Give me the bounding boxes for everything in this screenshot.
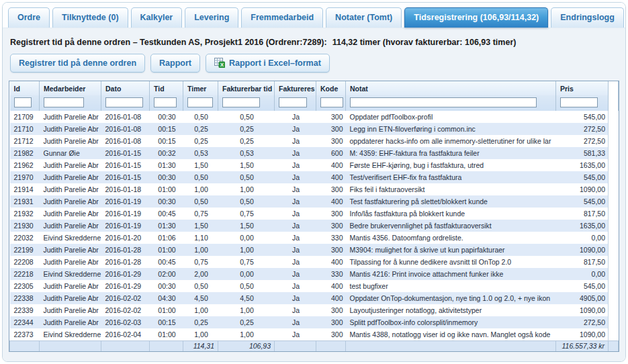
- tab-fremmedarbeid[interactable]: Fremmedarbeid: [241, 7, 323, 28]
- report-button[interactable]: Rapport: [150, 54, 200, 73]
- filter-input-tid[interactable]: [154, 97, 177, 107]
- cell-medarbeider: Gunnar Øie: [40, 147, 101, 159]
- cell-tid: 00:30: [150, 195, 183, 208]
- cell-timer: 0,75: [183, 208, 218, 220]
- table-row[interactable]: 21930Judith Parelie Abr2016-01-1901:301,…: [10, 220, 619, 232]
- cell-id: 22373: [10, 328, 40, 340]
- column-header-medarbeider[interactable]: Medarbeider: [40, 81, 101, 95]
- tab-tidsregistrering-106-93-114-32[interactable]: Tidsregistrering (106,93/114,32): [404, 7, 548, 28]
- filter-input-medarbeider[interactable]: [44, 97, 84, 107]
- cell-dato: 2016-01-28: [101, 256, 150, 268]
- cell-faktureres: Ja: [275, 304, 316, 316]
- cell-medarbeider: Judith Parelie Abr: [40, 256, 101, 268]
- spacer-cell: [609, 268, 619, 280]
- cell-fakturerbar-tid: 0,00: [218, 232, 275, 244]
- tab-kalkyler[interactable]: Kalkyler: [131, 7, 183, 28]
- table-row[interactable]: 21931Judith Parelie Abr2016-01-1900:300,…: [10, 195, 619, 208]
- cell-id: 22344: [10, 316, 40, 328]
- cell-tid: 01:00: [150, 328, 183, 340]
- table-row[interactable]: 22305Judith Parelie Abr2016-01-2900:300,…: [10, 280, 619, 292]
- tab-ordre[interactable]: Ordre: [8, 7, 50, 28]
- filter-input-fakturerbar-tid[interactable]: [222, 97, 260, 107]
- tab-notater-tomt[interactable]: Notater (Tomt): [326, 7, 402, 28]
- register-time-label: Registrer tid på denne ordren: [19, 58, 136, 68]
- table-row[interactable]: 22344Judith Parelie Abr2016-02-0300:150,…: [10, 316, 619, 328]
- cell-faktureres: Ja: [275, 280, 316, 292]
- cell-tid: 00:30: [150, 280, 183, 292]
- column-header-faktureres[interactable]: Faktureres: [275, 81, 316, 95]
- totals-empty: [10, 340, 40, 351]
- column-header-kode[interactable]: Kode: [316, 81, 346, 95]
- table-row[interactable]: 22339Judith Parelie Abr2016-02-0201:001,…: [10, 304, 619, 316]
- column-header-tid[interactable]: Tid: [150, 81, 183, 95]
- spacer-cell: [609, 292, 619, 304]
- filter-input-notat[interactable]: [350, 97, 537, 107]
- cell-id: 22338: [10, 292, 40, 304]
- table-row[interactable]: 22032Eivind Skredderne2016-01-2001:061,1…: [10, 232, 619, 244]
- register-time-button[interactable]: Registrer tid på denne ordren: [10, 54, 145, 73]
- filter-input-faktureres[interactable]: [279, 97, 307, 107]
- cell-notat: Splitt pdfToolbox-info colorsplit/inmemo…: [346, 316, 556, 328]
- cell-fakturerbar-tid: 0,75: [218, 256, 275, 268]
- column-header-fakturerbar-tid[interactable]: Fakturerbar tid: [218, 81, 275, 95]
- filter-input-dato[interactable]: [105, 97, 143, 107]
- cell-faktureres: Ja: [275, 232, 316, 244]
- table-row[interactable]: 22218Eivind Skredderne2016-01-2902:002,0…: [10, 268, 619, 280]
- cell-medarbeider: Eivind Skredderne: [40, 268, 101, 280]
- table-row[interactable]: 21710Judith Parelie Abr2016-01-0800:150,…: [10, 123, 619, 135]
- filter-input-timer[interactable]: [187, 97, 213, 107]
- table-row[interactable]: 22373Eivind Skredderne2016-02-0401:001,0…: [10, 328, 619, 340]
- tidsregistrering-content: Registrert tid på denne ordren – Testkun…: [3, 28, 625, 362]
- cell-faktureres: Ja: [275, 147, 316, 159]
- cell-dato: 2016-01-29: [101, 268, 150, 280]
- cell-dato: 2016-01-15: [101, 147, 150, 159]
- filter-input-id[interactable]: [14, 97, 32, 107]
- column-header-timer[interactable]: Timer: [183, 81, 218, 95]
- column-header-notat[interactable]: Notat: [346, 81, 556, 95]
- registered-time-summary: Registrert tid på denne ordren – Testkun…: [9, 35, 619, 54]
- cell-medarbeider: Judith Parelie Abr: [40, 244, 101, 256]
- filter-input-pris[interactable]: [560, 97, 598, 107]
- cell-dato: 2016-01-28: [101, 244, 150, 256]
- cell-tid: 01:30: [150, 220, 183, 232]
- table-row[interactable]: 22338Judith Parelie Abr2016-02-0204:304,…: [10, 292, 619, 304]
- column-header-id[interactable]: Id: [10, 81, 40, 95]
- cell-pris: 545,00: [556, 171, 609, 183]
- table-row[interactable]: 22208Judith Parelie Abr2016-01-2800:450,…: [10, 256, 619, 268]
- table-row[interactable]: 21962Judith Parelie Abr2016-01-1501:301,…: [10, 159, 619, 171]
- cell-notat: M3904: mulighet for å skrive ut kun papi…: [346, 244, 556, 256]
- filter-input-kode[interactable]: [320, 97, 343, 107]
- cell-pris: 1635,00: [556, 159, 609, 171]
- table-row[interactable]: 21982Gunnar Øie2016-01-1500:320,530,53Ja…: [10, 147, 619, 159]
- cell-timer: 1,10: [183, 232, 218, 244]
- cell-fakturerbar-tid: 4,50: [218, 292, 275, 304]
- cell-timer: 0,25: [183, 135, 218, 147]
- table-row[interactable]: 21712Judith Parelie Abr2016-01-0800:150,…: [10, 135, 619, 147]
- table-row[interactable]: 22199Judith Parelie Abr2016-01-2801:001,…: [10, 244, 619, 256]
- excel-report-button[interactable]: X Rapport i Excel–format: [206, 54, 330, 73]
- cell-faktureres: Ja: [275, 159, 316, 171]
- tab-tilknyttede-0[interactable]: Tilknyttede (0): [52, 7, 128, 28]
- tab-levering[interactable]: Levering: [185, 7, 238, 28]
- cell-faktureres: Ja: [275, 208, 316, 220]
- toolbar: Registrer tid på denne ordren Rapport X …: [9, 54, 619, 81]
- table-row[interactable]: 21932Judith Parelie Abr2016-01-1900:450,…: [10, 208, 619, 220]
- column-header-pris[interactable]: Pris: [556, 81, 609, 95]
- cell-pris: 817,50: [556, 208, 609, 220]
- cell-id: 21962: [10, 159, 40, 171]
- cell-timer: 1,50: [183, 220, 218, 232]
- table-row[interactable]: 21709Judith Parelie Abr2016-01-0800:300,…: [10, 111, 619, 123]
- totals-empty: [275, 340, 316, 351]
- tab-endringslogg[interactable]: Endringslogg: [551, 7, 624, 28]
- report-label: Rapport: [159, 58, 191, 68]
- cell-pris: 581,33: [556, 147, 609, 159]
- table-row[interactable]: 21914Judith Parelie Abr2016-01-1801:001,…: [10, 183, 619, 195]
- cell-id: 22199: [10, 244, 40, 256]
- cell-kode: 330: [316, 268, 346, 280]
- table-row[interactable]: 21970Judith Parelie Abr2016-01-1500:300,…: [10, 171, 619, 183]
- spacer-cell: [609, 171, 619, 183]
- column-header-dato[interactable]: Dato: [101, 81, 150, 95]
- cell-id: 21932: [10, 208, 40, 220]
- cell-fakturerbar-tid: 0,25: [218, 316, 275, 328]
- cell-medarbeider: Judith Parelie Abr: [40, 159, 101, 171]
